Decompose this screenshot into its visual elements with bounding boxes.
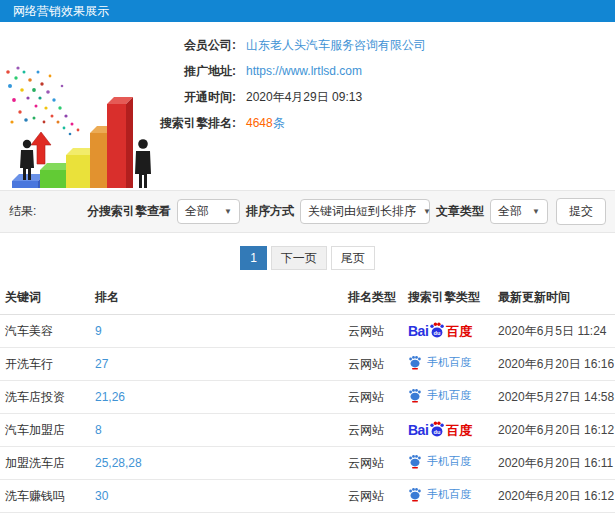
baidu-logo: Baidu百度	[408, 322, 472, 340]
ranking-link[interactable]: 25,28,28	[90, 447, 343, 480]
engine-rank-label: 搜索引擎排名:	[148, 115, 236, 132]
sort-value: 关键词由短到长排序	[308, 203, 416, 220]
baidu-paw-icon: du	[429, 421, 445, 437]
businessman-right	[135, 139, 151, 188]
updated-cell: 2020年6月20日 16:11	[493, 447, 615, 480]
updated-cell: 2020年6月18日 14:27	[493, 513, 615, 520]
keyword-cell: 汽车加盟店	[0, 414, 90, 447]
rank-type-cell: 云网站	[343, 513, 403, 520]
sort-label: 排序方式	[246, 203, 294, 220]
rankings-table: 关键词 排名 排名类型 搜索引擎类型 最新更新时间 汽车美容9云网站Baidu百…	[0, 280, 615, 520]
mobile-baidu-icon	[408, 355, 422, 370]
updated-cell: 2020年6月20日 16:16	[493, 348, 615, 381]
result-label: 结果:	[9, 203, 36, 220]
article-type-value: 全部	[498, 203, 522, 220]
rank-type-cell: 云网站	[343, 480, 403, 513]
baidu-logo: Baidu百度	[408, 421, 472, 439]
rank-type-cell: 云网站	[343, 315, 403, 348]
ranking-link[interactable]: 8	[90, 414, 343, 447]
mobile-baidu-label: 手机百度	[408, 355, 471, 370]
rank-type-cell: 云网站	[343, 381, 403, 414]
keyword-cell: 开洗车行	[0, 348, 90, 381]
engine-cell: 手机百度	[403, 447, 493, 480]
bar-chart-illustration	[0, 28, 160, 188]
col-updated: 最新更新时间	[493, 280, 615, 315]
mobile-baidu-icon	[408, 388, 422, 403]
engine-filter-value: 全部	[185, 203, 209, 220]
open-time-row: 开通时间: 2020年4月29日 09:13	[148, 88, 615, 106]
table-row: 加盟洗车店25,28,28云网站手机百度2020年6月20日 16:11	[0, 447, 615, 480]
engine-rank-value: 4648条	[246, 115, 285, 132]
keyword-cell: 加盟洗车店	[0, 447, 90, 480]
submit-button[interactable]: 提交	[556, 198, 606, 225]
keyword-cell: 洗车店投资	[0, 381, 90, 414]
page-button-current[interactable]: 1	[240, 246, 267, 270]
engine-cell: 手机百度	[403, 513, 493, 520]
chevron-down-icon: ▼	[532, 207, 540, 216]
keyword-cell: 洗车店利润	[0, 513, 90, 520]
col-keyword: 关键词	[0, 280, 90, 315]
table-row: 开洗车行27云网站手机百度2020年6月20日 16:16	[0, 348, 615, 381]
company-info: 会员公司: 山东老人头汽车服务咨询有限公司 推广地址: https://www.…	[148, 22, 615, 132]
svg-text:du: du	[434, 429, 441, 435]
member-company-row: 会员公司: 山东老人头汽车服务咨询有限公司	[148, 36, 615, 54]
engine-rank-row: 搜索引擎排名: 4648条	[148, 114, 615, 132]
engine-cell: 手机百度	[403, 348, 493, 381]
table-row: 洗车赚钱吗30云网站手机百度2020年6月20日 16:12	[0, 480, 615, 513]
ranking-link[interactable]: 30	[90, 480, 343, 513]
keyword-cell: 汽车美容	[0, 315, 90, 348]
engine-cell: Baidu百度	[403, 315, 493, 348]
svg-text:du: du	[434, 330, 441, 336]
updated-cell: 2020年5月27日 14:58	[493, 381, 615, 414]
up-arrow	[31, 132, 51, 164]
table-row: 洗车店投资21,26云网站手机百度2020年5月27日 14:58	[0, 381, 615, 414]
ranking-link[interactable]: 30	[90, 513, 343, 520]
baidu-paw-icon: du	[429, 322, 445, 338]
ranking-link[interactable]: 21,26	[90, 381, 343, 414]
updated-cell: 2020年6月20日 16:12	[493, 480, 615, 513]
col-ranking: 排名	[90, 280, 343, 315]
mobile-baidu-icon	[408, 487, 422, 502]
sort-select[interactable]: 关键词由短到长排序 ▼	[300, 199, 430, 224]
rank-type-cell: 云网站	[343, 414, 403, 447]
page-title: 网络营销效果展示	[0, 0, 615, 22]
mobile-baidu-icon	[408, 454, 422, 469]
table-row: 汽车加盟店8云网站Baidu百度2020年6月20日 16:12	[0, 414, 615, 447]
filter-bar: 结果: 分搜索引擎查看 全部 ▼ 排序方式 关键词由短到长排序 ▼ 文章类型 全…	[0, 190, 615, 233]
ranking-link[interactable]: 27	[90, 348, 343, 381]
ranking-link[interactable]: 9	[90, 315, 343, 348]
mobile-baidu-label: 手机百度	[408, 388, 471, 403]
chevron-down-icon: ▼	[224, 207, 232, 216]
page-button-next[interactable]: 下一页	[271, 246, 327, 270]
page-button-last[interactable]: 尾页	[331, 246, 375, 270]
engine-cell: 手机百度	[403, 480, 493, 513]
article-type-select[interactable]: 全部 ▼	[490, 199, 548, 224]
keyword-cell: 洗车赚钱吗	[0, 480, 90, 513]
businessman-left	[20, 140, 34, 180]
member-company-link[interactable]: 山东老人头汽车服务咨询有限公司	[246, 37, 426, 54]
mobile-baidu-label: 手机百度	[408, 454, 471, 469]
table-row: 洗车店利润30云网站手机百度2020年6月18日 14:27	[0, 513, 615, 520]
table-body: 汽车美容9云网站Baidu百度2020年6月5日 11:24开洗车行27云网站手…	[0, 315, 615, 520]
promo-url-row: 推广地址: https://www.lrtlsd.com	[148, 62, 615, 80]
rank-unit: 条	[273, 116, 285, 130]
updated-cell: 2020年6月5日 11:24	[493, 315, 615, 348]
col-rank-type: 排名类型	[343, 280, 403, 315]
engine-cell: Baidu百度	[403, 414, 493, 447]
open-time-value: 2020年4月29日 09:13	[246, 89, 362, 106]
updated-cell: 2020年6月20日 16:12	[493, 414, 615, 447]
engine-cell: 手机百度	[403, 381, 493, 414]
promo-url-label: 推广地址:	[148, 63, 236, 80]
promo-url-link[interactable]: https://www.lrtlsd.com	[246, 64, 362, 78]
engine-filter-select[interactable]: 全部 ▼	[177, 199, 240, 224]
table-row: 汽车美容9云网站Baidu百度2020年6月5日 11:24	[0, 315, 615, 348]
rank-type-cell: 云网站	[343, 447, 403, 480]
chevron-down-icon: ▼	[423, 207, 431, 216]
open-time-label: 开通时间:	[148, 89, 236, 106]
col-engine-type: 搜索引擎类型	[403, 280, 493, 315]
engine-filter-label: 分搜索引擎查看	[87, 203, 171, 220]
article-type-label: 文章类型	[436, 203, 484, 220]
rank-count: 4648	[246, 116, 273, 130]
member-company-label: 会员公司:	[148, 37, 236, 54]
table-header-row: 关键词 排名 排名类型 搜索引擎类型 最新更新时间	[0, 280, 615, 315]
